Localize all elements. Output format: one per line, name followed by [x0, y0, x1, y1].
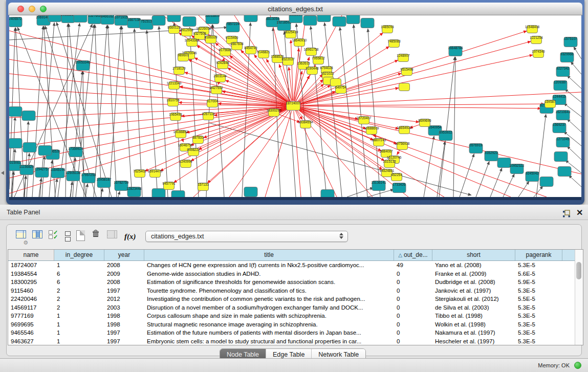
network-node[interactable]: 9329966 — [560, 52, 574, 62]
network-node[interactable]: 8454749 — [244, 46, 257, 54]
network-node[interactable]: 1569237 — [553, 123, 566, 133]
network-node[interactable]: 1810755 — [166, 98, 180, 106]
network-node[interactable]: 8466162 — [101, 15, 114, 25]
table-cell[interactable]: 9777169 — [8, 312, 54, 320]
network-node[interactable]: 9427552 — [210, 86, 223, 94]
network-node[interactable]: 9190448 — [306, 67, 319, 75]
table-cell[interactable]: Tourette syndrome. Phenomenology and cla… — [144, 287, 394, 295]
network-node[interactable]: 2867608 — [230, 42, 244, 50]
table-row[interactable]: 1938455462009Genome-wide association stu… — [8, 270, 583, 278]
network-node[interactable] — [23, 143, 36, 152]
table-cell[interactable]: 5.6E-5 — [515, 270, 562, 278]
table-cell[interactable]: 5.3E-5 — [515, 303, 562, 312]
table-cell[interactable]: 2 — [54, 295, 104, 303]
table-cell[interactable]: de Silva et al. (2003) — [432, 303, 515, 312]
table-settings-icon[interactable]: ⚙ — [16, 230, 26, 244]
table-cell[interactable]: 5.3E-5 — [515, 337, 562, 346]
table-cell[interactable]: 6 — [54, 278, 104, 287]
table-cell[interactable]: Franke et al. (2009) — [432, 270, 515, 278]
network-node[interactable]: 12213349 — [167, 81, 182, 90]
network-node[interactable]: 1811830 — [289, 15, 302, 23]
network-node[interactable]: 18724007 — [286, 101, 301, 111]
network-node[interactable] — [9, 139, 22, 148]
column-header-outde[interactable]: △out_de... — [394, 250, 432, 260]
network-node[interactable]: 9267110 — [202, 112, 215, 120]
table-cell[interactable]: Genome-wide association studies in ADHD. — [144, 270, 394, 278]
new-column-icon[interactable] — [76, 230, 85, 244]
column-header-year[interactable]: year — [104, 250, 144, 260]
table-cell[interactable]: 5.9E-5 — [515, 278, 562, 287]
network-node[interactable]: 8699695 — [418, 119, 431, 127]
network-node[interactable]: 16648784 — [448, 46, 463, 56]
table-cell[interactable]: Dudbridge et al. (2008) — [432, 278, 515, 287]
network-node[interactable] — [399, 83, 410, 91]
network-node[interactable]: 10543382 — [185, 38, 200, 47]
network-node[interactable]: 989601 — [178, 53, 189, 61]
table-cell[interactable]: 1998 — [104, 320, 144, 329]
network-node[interactable]: 1965493 — [169, 113, 182, 121]
network-node[interactable]: 7955812 — [312, 56, 325, 64]
network-node[interactable]: 8953922 — [439, 130, 452, 141]
network-node[interactable]: 1271045 — [556, 137, 570, 147]
table-cell[interactable]: Tibbo et al. (1998) — [432, 312, 515, 320]
table-cell[interactable]: Structural magnetic resonance image aver… — [144, 320, 394, 329]
memory-ok-indicator-icon[interactable] — [574, 362, 581, 369]
table-cell[interactable]: Wolkin et al. (1998) — [432, 320, 515, 329]
network-node[interactable]: 10688609 — [364, 126, 379, 135]
column-header-indegree[interactable]: in_degree — [54, 250, 104, 260]
table-cell[interactable]: 1 — [54, 312, 104, 320]
table-cell[interactable]: 5.5E-5 — [515, 295, 562, 303]
table-row[interactable]: 911546021997Tourette syndrome. Phenomeno… — [8, 287, 583, 295]
network-node[interactable]: 16033809 — [205, 15, 220, 24]
network-node[interactable]: 1221254 — [530, 36, 543, 44]
network-node[interactable] — [361, 18, 374, 28]
network-node[interactable]: 12823448 — [127, 187, 142, 197]
table-cell[interactable]: Yano et al. (2008) — [432, 261, 515, 270]
network-node[interactable]: 18300295 — [267, 108, 281, 117]
float-panel-icon[interactable] — [562, 209, 571, 218]
network-node[interactable]: 18640910 — [292, 38, 307, 47]
network-node[interactable]: 1071915 — [115, 15, 128, 26]
table-cell[interactable]: 9115460 — [8, 287, 54, 295]
network-node[interactable] — [540, 177, 553, 187]
network-node[interactable]: 1209387 — [554, 80, 567, 91]
network-node[interactable]: 8322037 — [281, 57, 295, 65]
network-node[interactable] — [497, 158, 511, 168]
table-cell[interactable]: 22420046 — [8, 295, 54, 303]
network-node[interactable]: 11645194 — [51, 168, 66, 178]
network-node[interactable]: 15720407 — [357, 116, 372, 124]
network-node[interactable]: 7857224 — [226, 22, 239, 32]
table-select-dropdown[interactable]: citations_edges.txt — [145, 231, 348, 242]
table-cell[interactable]: 2008 — [104, 278, 144, 287]
table-row[interactable]: 1456911722003Disruption of a novel membe… — [8, 303, 583, 312]
network-node[interactable] — [346, 15, 360, 24]
network-node[interactable] — [38, 146, 52, 156]
table-cell[interactable]: 0 — [394, 295, 432, 303]
row-height-icon[interactable] — [65, 231, 71, 245]
network-node[interactable] — [167, 15, 181, 22]
table-cell[interactable]: Nakamura et al. (1997) — [432, 329, 515, 337]
function-builder-icon[interactable]: f(x) — [124, 232, 136, 245]
network-node[interactable]: 1485093 — [381, 25, 394, 33]
table-cell[interactable]: 9463627 — [8, 337, 54, 346]
network-node[interactable] — [22, 111, 35, 121]
network-node[interactable]: 7485083 — [387, 39, 401, 48]
table-cell[interactable]: Embryonic stem cells: a model to study s… — [144, 337, 394, 346]
network-node[interactable]: 10653257 — [61, 15, 76, 23]
table-row[interactable]: 1830029562008Estimation of significance … — [8, 278, 583, 287]
table-cell[interactable]: 1 — [54, 337, 104, 346]
window-title-bar[interactable]: citations_edges.txt — [8, 3, 582, 15]
column-header-pagerank[interactable]: pagerank — [515, 250, 562, 260]
table-cell[interactable]: 1998 — [104, 312, 144, 320]
network-node[interactable]: 19166852 — [173, 130, 188, 138]
table-row[interactable]: 946362711997Embryonic stem cells: a mode… — [8, 337, 583, 346]
network-node[interactable] — [152, 16, 165, 26]
network-node[interactable]: 12505135 — [66, 171, 81, 181]
table-cell[interactable]: 0 — [394, 320, 432, 329]
table-cell[interactable]: 0 — [394, 337, 432, 346]
table-cell[interactable]: 18300295 — [8, 278, 54, 287]
table-cell[interactable]: 49 — [394, 261, 432, 270]
vertical-scrollbar[interactable] — [575, 250, 583, 345]
table-cell[interactable]: 1997 — [104, 287, 144, 295]
table-cell[interactable]: 18724007 — [8, 261, 54, 270]
